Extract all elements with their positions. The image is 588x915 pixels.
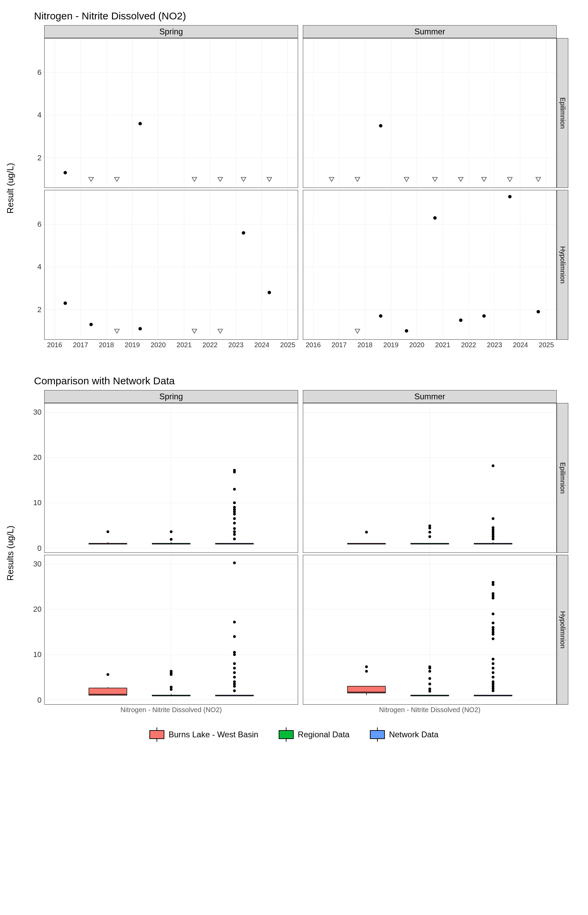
svg-point-82 <box>170 530 173 533</box>
svg-point-214 <box>492 581 494 584</box>
chart2-panel-spring-hypo <box>44 555 298 705</box>
svg-point-116 <box>428 531 431 533</box>
svg-point-207 <box>492 626 494 629</box>
legend-label-regional: Regional Data <box>298 730 349 739</box>
svg-point-163 <box>233 651 236 653</box>
svg-point-203 <box>492 638 494 640</box>
chart1-panel-spring-hypo <box>44 190 298 340</box>
svg-point-188 <box>428 666 431 668</box>
svg-point-198 <box>492 676 494 678</box>
svg-point-159 <box>233 671 236 674</box>
chart2-row-label-epi: Epilimnion <box>557 403 568 553</box>
svg-point-115 <box>428 535 431 538</box>
chart2-title: Comparison with Network Data <box>34 375 574 387</box>
svg-point-157 <box>233 681 236 683</box>
svg-point-14 <box>139 122 142 125</box>
svg-point-185 <box>428 677 431 680</box>
svg-point-176 <box>365 670 368 673</box>
legend: Burns Lake - West Basin Regional Data Ne… <box>14 730 574 739</box>
svg-point-197 <box>492 681 494 683</box>
svg-point-90 <box>233 527 236 530</box>
svg-point-129 <box>492 517 494 520</box>
svg-point-63 <box>459 318 462 322</box>
legend-item-burns: Burns Lake - West Basin <box>149 730 258 739</box>
legend-item-network: Network Data <box>370 730 438 739</box>
chart2-panel-spring-epi <box>44 403 298 553</box>
svg-point-128 <box>492 526 494 529</box>
chart1-row-label-hypo: Hypolimnion <box>557 190 568 340</box>
svg-point-96 <box>233 506 236 509</box>
legend-label-network: Network Data <box>389 730 438 739</box>
svg-point-87 <box>233 537 236 540</box>
svg-point-110 <box>365 531 368 533</box>
chart1-ylabel: Result (ug/L) <box>5 163 16 214</box>
chart2-xcat-0: Nitrogen - Nitrite Dissolved (NO2) <box>120 706 222 713</box>
svg-point-62 <box>433 216 436 220</box>
svg-point-165 <box>233 621 236 623</box>
svg-point-146 <box>170 686 173 689</box>
svg-point-100 <box>233 469 236 472</box>
svg-point-76 <box>107 530 109 533</box>
svg-point-42 <box>64 302 67 305</box>
svg-point-60 <box>379 314 383 318</box>
svg-point-158 <box>233 676 236 678</box>
chart1-panel-summer-hypo <box>303 190 557 340</box>
chart1-panel-summer-epi <box>303 38 557 188</box>
svg-point-81 <box>170 538 173 541</box>
legend-item-regional: Regional Data <box>279 730 349 739</box>
svg-point-199 <box>492 671 494 674</box>
svg-point-43 <box>89 323 93 326</box>
svg-point-98 <box>233 488 236 490</box>
svg-point-186 <box>428 670 431 673</box>
svg-point-65 <box>508 195 511 199</box>
svg-point-208 <box>492 622 494 624</box>
chart1-title: Nitrogen - Nitrite Dissolved (NO2) <box>34 10 574 22</box>
svg-point-13 <box>64 171 67 174</box>
chart1-row-label-epi: Epilimnion <box>557 38 568 188</box>
svg-point-46 <box>267 291 271 294</box>
svg-point-89 <box>233 530 236 533</box>
svg-point-44 <box>139 327 142 331</box>
svg-point-130 <box>492 464 494 467</box>
legend-key-regional <box>279 730 294 739</box>
svg-point-201 <box>492 663 494 665</box>
svg-point-97 <box>233 501 236 504</box>
chart2-facets: Results (ug/L) Spring Summer 0102030 Epi… <box>17 390 568 716</box>
svg-point-140 <box>107 673 109 676</box>
chart2-ylabel: Results (ug/L) <box>5 525 16 581</box>
svg-point-183 <box>428 688 431 690</box>
svg-point-88 <box>233 533 236 536</box>
svg-point-184 <box>428 682 431 685</box>
legend-key-burns <box>149 730 164 739</box>
svg-point-149 <box>170 670 173 673</box>
svg-point-61 <box>405 329 408 333</box>
svg-point-161 <box>233 663 236 665</box>
legend-label-burns: Burns Lake - West Basin <box>168 730 258 739</box>
legend-key-network <box>370 730 385 739</box>
svg-point-177 <box>365 666 368 668</box>
svg-point-45 <box>242 231 246 234</box>
svg-point-209 <box>492 613 494 616</box>
chart1-panel-spring-epi <box>44 38 298 188</box>
chart2-panel-summer-hypo <box>303 555 557 705</box>
svg-point-202 <box>492 658 494 660</box>
svg-point-154 <box>233 689 236 692</box>
svg-point-64 <box>482 314 486 318</box>
chart2-col-header-spring: Spring <box>44 390 298 403</box>
svg-point-118 <box>428 525 431 527</box>
svg-point-160 <box>233 667 236 669</box>
chart1-facets: Result (ug/L) Spring Summer 246 Epilimni… <box>17 25 568 351</box>
svg-point-66 <box>536 310 540 314</box>
chart2-xcat-1: Nitrogen - Nitrite Dissolved (NO2) <box>379 706 480 713</box>
chart1-col-header-spring: Spring <box>44 25 298 38</box>
svg-point-164 <box>233 635 236 638</box>
chart2-panel-summer-epi <box>303 403 557 553</box>
svg-point-200 <box>492 667 494 669</box>
svg-point-92 <box>233 517 236 520</box>
chart2-row-label-hypo: Hypolimnion <box>557 555 568 705</box>
chart1-col-header-summer: Summer <box>303 25 557 38</box>
svg-point-28 <box>379 124 383 128</box>
svg-point-91 <box>233 522 236 525</box>
svg-point-166 <box>233 562 236 564</box>
chart2-col-header-summer: Summer <box>303 390 557 403</box>
